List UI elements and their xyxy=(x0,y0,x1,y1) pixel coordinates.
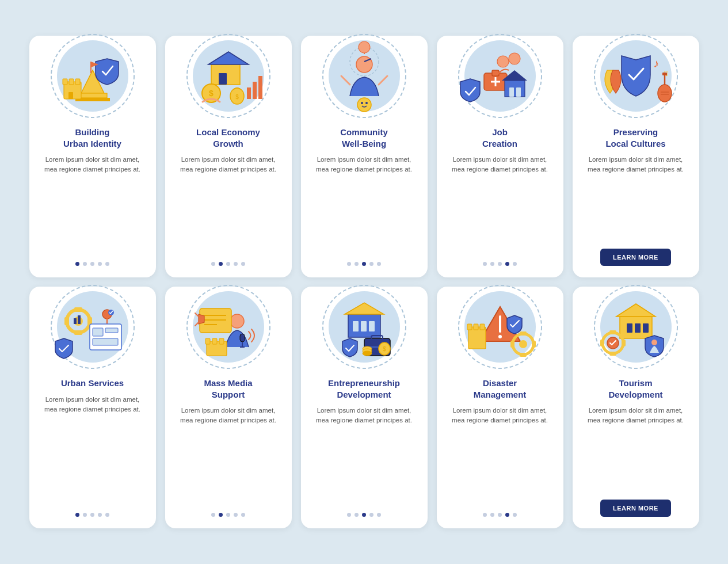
svg-rect-113 xyxy=(520,331,527,336)
dot-1[interactable] xyxy=(219,513,223,517)
card-body-tourism-development: Lorem ipsum dolor sit dim amet, mea regi… xyxy=(583,406,689,491)
dot-2[interactable] xyxy=(90,262,94,266)
card-body-disaster-management: Lorem ipsum dolor sit dim amet, mea regi… xyxy=(447,406,553,505)
dot-2[interactable] xyxy=(90,513,94,517)
card-title-building-urban-identity: Building Urban Identity xyxy=(63,127,121,149)
dot-2[interactable] xyxy=(498,513,502,517)
svg-rect-42 xyxy=(505,81,525,97)
dot-0[interactable] xyxy=(347,513,351,517)
dot-1[interactable] xyxy=(355,262,359,266)
dot-3[interactable] xyxy=(369,513,373,517)
illustration-local-economy-growth: $ $ xyxy=(182,30,275,122)
dot-4[interactable] xyxy=(241,513,245,517)
svg-point-35 xyxy=(359,41,370,53)
dot-3[interactable] xyxy=(234,262,238,266)
svg-rect-62 xyxy=(74,330,82,335)
card-building-urban-identity: Building Urban IdentityLorem ipsum dolor… xyxy=(29,36,156,277)
svg-rect-108 xyxy=(467,324,472,330)
svg-rect-22 xyxy=(253,82,257,99)
svg-rect-85 xyxy=(212,338,217,344)
card-disaster-management: Disaster ManagementLorem ipsum dolor sit… xyxy=(437,287,563,528)
learn-more-button-tourism-development[interactable]: LEARN MORE xyxy=(600,500,671,517)
svg-rect-121 xyxy=(627,323,632,333)
card-grid: Building Urban IdentityLorem ipsum dolor… xyxy=(29,36,699,528)
svg-rect-54 xyxy=(662,73,667,75)
dot-4[interactable] xyxy=(377,262,381,266)
dot-4[interactable] xyxy=(105,513,109,517)
dot-4[interactable] xyxy=(513,262,517,266)
svg-point-75 xyxy=(230,314,244,328)
dot-1[interactable] xyxy=(355,513,359,517)
card-title-local-economy-growth: Local Economy Growth xyxy=(196,127,260,149)
svg-rect-115 xyxy=(510,341,514,348)
dot-4[interactable] xyxy=(513,513,517,517)
illustration-building-urban-identity xyxy=(47,30,139,122)
svg-text:♪: ♪ xyxy=(653,57,659,70)
dot-3[interactable] xyxy=(234,513,238,517)
svg-point-52 xyxy=(658,85,672,102)
card-body-local-economy-growth: Lorem ipsum dolor sit dim amet, mea regi… xyxy=(176,155,281,254)
svg-text:$: $ xyxy=(235,94,239,100)
dot-1[interactable] xyxy=(83,513,87,517)
illustration-tourism-development xyxy=(590,281,682,373)
dot-3[interactable] xyxy=(98,262,102,266)
pagination-dots-job-creation xyxy=(483,262,517,266)
pagination-dots-local-economy-growth xyxy=(211,262,245,266)
dot-1[interactable] xyxy=(490,262,494,266)
dot-1[interactable] xyxy=(83,262,87,266)
svg-rect-126 xyxy=(609,330,616,334)
svg-text:$: $ xyxy=(383,346,386,352)
dot-0[interactable] xyxy=(211,262,215,266)
card-community-well-being: Community Well-BeingLorem ipsum dolor si… xyxy=(301,36,428,277)
card-body-urban-services: Lorem ipsum dolor sit dim amet, mea regi… xyxy=(40,395,146,505)
dot-0[interactable] xyxy=(75,262,79,266)
card-title-preserving-local-cultures: Preserving Local Cultures xyxy=(605,127,665,149)
card-title-entrepreneurship-development: Entrepreneurship Development xyxy=(328,378,400,400)
svg-rect-44 xyxy=(509,87,514,97)
card-title-job-creation: Job Creation xyxy=(482,127,517,149)
dot-1[interactable] xyxy=(490,513,494,517)
dot-0[interactable] xyxy=(483,262,487,266)
svg-rect-69 xyxy=(93,328,103,336)
card-body-job-creation: Lorem ipsum dolor sit dim amet, mea regi… xyxy=(447,155,553,254)
dot-4[interactable] xyxy=(105,262,109,266)
dot-2[interactable] xyxy=(226,513,230,517)
svg-point-112 xyxy=(519,340,527,348)
dot-0[interactable] xyxy=(211,513,215,517)
dot-0[interactable] xyxy=(347,262,351,266)
card-tourism-development: Tourism DevelopmentLorem ipsum dolor sit… xyxy=(573,287,699,528)
card-preserving-local-cultures: ♪ ♫ Preserving Local CulturesLorem ipsum… xyxy=(573,36,699,277)
svg-rect-45 xyxy=(516,87,521,97)
dot-3[interactable] xyxy=(505,513,509,517)
dot-3[interactable] xyxy=(98,513,102,517)
pagination-dots-building-urban-identity xyxy=(75,262,109,266)
dot-2[interactable] xyxy=(362,262,366,266)
card-title-disaster-management: Disaster Management xyxy=(474,378,527,400)
dot-0[interactable] xyxy=(75,513,79,517)
svg-rect-63 xyxy=(64,317,69,325)
dot-2[interactable] xyxy=(362,513,366,517)
dot-3[interactable] xyxy=(505,262,509,266)
illustration-job-creation xyxy=(454,30,546,122)
svg-point-106 xyxy=(498,335,502,338)
svg-rect-110 xyxy=(480,324,485,330)
dot-3[interactable] xyxy=(369,262,373,266)
dot-4[interactable] xyxy=(241,262,245,266)
card-body-mass-media-support: Lorem ipsum dolor sit dim amet, mea regi… xyxy=(176,406,281,505)
pagination-dots-mass-media-support xyxy=(211,513,245,517)
pagination-dots-entrepreneurship-development xyxy=(347,513,381,517)
svg-rect-65 xyxy=(74,318,77,324)
card-body-building-urban-identity: Lorem ipsum dolor sit dim amet, mea regi… xyxy=(40,155,146,254)
dot-1[interactable] xyxy=(219,262,223,266)
dot-4[interactable] xyxy=(377,513,381,517)
card-body-entrepreneurship-development: Lorem ipsum dolor sit dim amet, mea regi… xyxy=(311,406,417,505)
dot-2[interactable] xyxy=(498,262,502,266)
svg-rect-123 xyxy=(643,323,649,333)
card-body-preserving-local-cultures: Lorem ipsum dolor sit dim amet, mea regi… xyxy=(583,155,689,241)
svg-point-131 xyxy=(651,340,657,345)
dot-0[interactable] xyxy=(483,513,487,517)
svg-rect-66 xyxy=(78,315,81,324)
learn-more-button-preserving-local-cultures[interactable]: LEARN MORE xyxy=(600,249,671,266)
dot-2[interactable] xyxy=(226,262,230,266)
svg-rect-9 xyxy=(68,92,73,99)
